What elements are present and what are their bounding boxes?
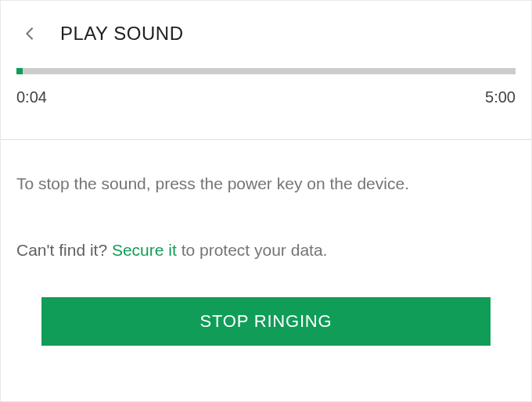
secondary-after: to protect your data.	[177, 241, 328, 259]
stop-ringing-button[interactable]: STOP RINGING	[41, 297, 491, 346]
back-icon[interactable]	[24, 28, 35, 39]
secondary-lead: Can't find it?	[16, 241, 107, 259]
button-area: STOP RINGING	[1, 297, 531, 346]
elapsed-time: 0:04	[16, 88, 47, 106]
time-row: 0:04 5:00	[16, 88, 516, 139]
total-time: 5:00	[485, 88, 516, 106]
instruction-text: To stop the sound, press the power key o…	[16, 171, 516, 196]
progress-bar[interactable]	[16, 68, 516, 74]
progress-section: 0:04 5:00	[1, 62, 531, 139]
page-title: PLAY SOUND	[60, 23, 184, 45]
secondary-text: Can't find it? Secure it to protect your…	[16, 239, 516, 261]
secure-it-link[interactable]: Secure it	[112, 241, 177, 259]
header: PLAY SOUND	[1, 1, 531, 62]
content: To stop the sound, press the power key o…	[1, 140, 531, 261]
progress-fill	[16, 68, 23, 74]
